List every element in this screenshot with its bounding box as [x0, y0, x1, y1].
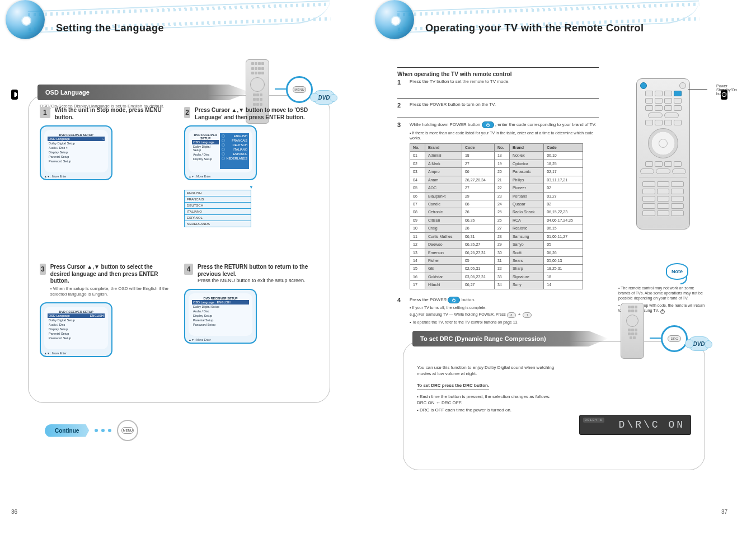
tv3-hint: ▲▼ : Move Enter: [44, 352, 67, 355]
remote-illustration: [621, 303, 644, 359]
table-cell: Noblex: [509, 152, 543, 160]
table-cell: 15: [410, 265, 425, 273]
table-cell: 24: [494, 200, 509, 208]
table-cell: Cetronic: [425, 208, 462, 216]
film-strip-header: Setting the Language: [11, 6, 358, 45]
table-row: 13Emerson06,26,27,3130Scott06,26: [410, 249, 583, 256]
step-number: 2: [397, 102, 406, 111]
table-cell: 13: [410, 249, 425, 256]
tv1-row2: Audio / Disc >: [49, 146, 68, 149]
brand-code-table: No. Brand Code No. Brand Code 01Admiral1…: [410, 143, 583, 289]
table-cell: Signature: [509, 273, 543, 280]
steps-grid: 1 With the unit in Stop mode, press MENU…: [40, 107, 318, 391]
table-cell: 01: [410, 152, 425, 160]
table-cell: 04,06,17,24,35: [544, 216, 583, 224]
sub2: e.g.) For Samsung TV — While holding POW…: [410, 312, 506, 316]
film-strip-header: Operating your TV with the Remote Contro…: [381, 6, 727, 45]
table-cell: Citizen: [425, 216, 462, 224]
table-cell: Quasar: [509, 200, 543, 208]
step-title: Press the RETURN button to return to the…: [198, 264, 318, 278]
table-cell: Ampro: [425, 168, 462, 176]
table-cell: 34: [494, 281, 509, 289]
table-cell: 14: [544, 281, 583, 289]
table-cell: 05,06,13: [544, 257, 583, 265]
table-cell: 03: [410, 168, 425, 176]
table-cell: 06,15,22,23: [544, 208, 583, 216]
opt-2: DEUTSCH: [185, 203, 251, 209]
dvd-stamp: DVD: [313, 90, 335, 107]
section-confirm: 4 Press the POWER button. • If your TV t…: [397, 297, 599, 325]
tv4-r5: Password Setup: [193, 323, 215, 326]
down-arrow-icon: ▼: [184, 185, 318, 190]
sub: • If your TV turns off, the setting is c…: [410, 305, 599, 310]
tv2-r4: ESPANOL: [233, 152, 247, 156]
table-cell: Craig: [425, 224, 462, 232]
table-cell: 02: [410, 160, 425, 167]
manual-page-left: Setting the Language OSD Language OSD(On…: [11, 6, 358, 515]
step-1: 1 With the unit in Stop mode, press MENU…: [40, 107, 174, 257]
table-cell: 03,27: [544, 192, 583, 200]
section-power-on: 2 Press the POWER button to turn on the …: [397, 98, 599, 111]
tv2-l0: OSD Language: [193, 140, 214, 144]
tv2-l1: Dolby Digital Setup: [193, 145, 218, 152]
tv-screenshot-4: DVD RECEIVER SETUP OSD Language : ENGLIS…: [184, 289, 257, 344]
tv1-hint: ▲▼ : Move Enter: [44, 175, 67, 178]
step-subtitle: Press the MENU button to exit the setup …: [198, 278, 318, 284]
table-cell: 10: [410, 224, 425, 232]
callout-button: DRC: [668, 335, 681, 342]
table-row: 02A Mark2719Optonica18,25: [410, 160, 583, 167]
tv3-r0: ENGLISH: [90, 314, 104, 317]
step-number: 3: [397, 121, 406, 130]
table-cell: Radio Shack: [509, 208, 543, 216]
tv-screenshot-1: DVD RECEIVER SETUP OSD Language› Dolby D…: [40, 125, 112, 180]
big-remote-illustration: Power Standby/On button: [627, 78, 699, 229]
power-button-icon: [482, 121, 494, 128]
opt-0: ENGLISH: [185, 190, 251, 196]
table-cell: 29: [494, 241, 509, 249]
opt-1: FRANCAIS: [185, 196, 251, 203]
table-cell: RCA: [509, 216, 543, 224]
step-2: 2 Press Cursor ▲,▼ button to move to 'OS…: [184, 107, 318, 257]
table-cell: 06,26: [462, 216, 494, 224]
tv3-l1: Dolby Digital Setup: [49, 318, 75, 322]
tv1-row1: Dolby Digital Setup: [49, 142, 75, 145]
table-cell: 28: [494, 232, 509, 240]
table-cell: 06,26: [544, 249, 583, 256]
leader-line: [688, 89, 707, 90]
table-cell: 06,27: [462, 281, 494, 289]
table-cell: Blaupunkt: [425, 192, 462, 200]
table-cell: 02,06,31: [462, 265, 494, 273]
table-cell: Daewoo: [425, 241, 462, 249]
table-cell: Portland: [509, 192, 543, 200]
drc-description: You can use this function to enjoy Dolby…: [417, 364, 559, 414]
table-cell: 27: [462, 184, 494, 192]
step-number: 4: [397, 297, 406, 306]
table-cell: Curtis-Mathes: [425, 232, 462, 240]
opt-3: ITALIANO: [185, 209, 251, 215]
table-row: 01Admiral1818Noblex06,10: [410, 152, 583, 160]
table-row: 14Fisher0531Sears05,06,13: [410, 257, 583, 265]
drc-panel: To set DRC (Dynamic Range Compression) D…: [403, 341, 705, 470]
table-cell: 06,31: [462, 232, 494, 240]
radio-icon: [222, 139, 225, 142]
table-row: 05AOC2722Pioneer02: [410, 184, 583, 192]
table-cell: 27: [462, 160, 494, 167]
table-row: 16Goldstar03,06,27,3133Signature18: [410, 273, 583, 280]
table-cell: A Mark: [425, 160, 462, 167]
tv2-r2: DEUTSCH: [232, 143, 247, 147]
radio-icon: [222, 134, 225, 138]
panel-title: To set DRC (Dynamic Range Compression): [420, 335, 546, 342]
table-cell: Pioneer: [509, 184, 543, 192]
table-cell: Hitachi: [425, 281, 462, 289]
table-cell: Realistic: [509, 224, 543, 232]
step-number: 3: [40, 264, 46, 275]
table-cell: 07: [410, 200, 425, 208]
dvd-stamp-text: DVD: [318, 95, 330, 101]
th-2: Code: [462, 143, 494, 151]
table-cell: 06: [462, 200, 494, 208]
vfd-tag: DOLBY D: [583, 418, 604, 423]
continue-indicator: Continue MENU: [45, 420, 138, 441]
drc-underline: To set DRC press the DRC button.: [417, 382, 489, 390]
radio-icon: [222, 152, 225, 156]
th-1: Brand: [425, 143, 462, 151]
